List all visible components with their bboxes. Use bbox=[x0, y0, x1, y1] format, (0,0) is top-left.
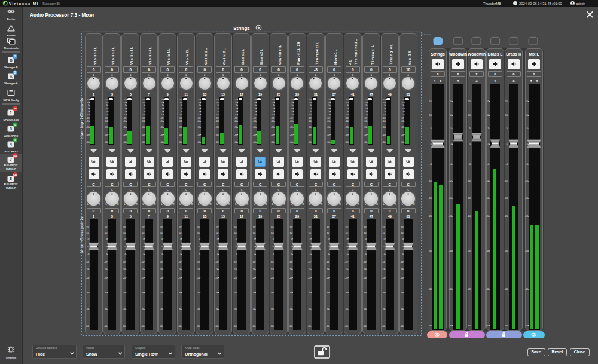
svg-text:-18: -18 bbox=[448, 197, 451, 200]
svg-text:3: 3 bbox=[10, 127, 12, 131]
svg-text:-18: -18 bbox=[289, 268, 292, 271]
svg-text:-60: -60 bbox=[160, 325, 163, 328]
svg-text:-4: -4 bbox=[161, 253, 163, 256]
svg-text:-4: -4 bbox=[254, 253, 255, 256]
svg-text:-18: -18 bbox=[215, 268, 218, 271]
svg-text:-12: -12 bbox=[326, 261, 329, 264]
svg-text:Manager B: Manager B bbox=[4, 66, 17, 69]
svg-text:10: 10 bbox=[309, 102, 312, 104]
svg-text:7: 7 bbox=[148, 93, 150, 96]
svg-text:-4: -4 bbox=[198, 253, 200, 256]
svg-text:7: 7 bbox=[10, 157, 12, 161]
svg-text:-18: -18 bbox=[326, 268, 329, 271]
svg-text:-60: -60 bbox=[308, 141, 311, 143]
svg-text:L: L bbox=[105, 203, 107, 206]
svg-text:0: 0 bbox=[144, 108, 145, 110]
svg-text:-4: -4 bbox=[309, 111, 311, 113]
svg-text:-36: -36 bbox=[401, 126, 404, 129]
svg-text:L: L bbox=[216, 203, 218, 206]
svg-text:-36: -36 bbox=[345, 126, 348, 129]
svg-text:0: 0 bbox=[507, 143, 508, 146]
svg-text:-60: -60 bbox=[197, 325, 200, 328]
svg-text:5: 5 bbox=[384, 104, 385, 106]
svg-text:0: 0 bbox=[199, 108, 200, 110]
svg-text:-24: -24 bbox=[234, 277, 237, 279]
svg-text:C: C bbox=[333, 188, 335, 191]
svg-text:-24: -24 bbox=[382, 120, 385, 123]
svg-text:-18: -18 bbox=[253, 117, 256, 120]
svg-text:-24: -24 bbox=[215, 277, 218, 279]
svg-text:-36: -36 bbox=[234, 126, 237, 129]
svg-text:41: 41 bbox=[351, 215, 355, 218]
svg-text:0: 0 bbox=[297, 74, 298, 77]
svg-text:L: L bbox=[291, 203, 292, 206]
svg-text:-12: -12 bbox=[486, 180, 489, 182]
svg-text:25: 25 bbox=[277, 93, 280, 96]
svg-text:C: C bbox=[407, 188, 409, 191]
svg-text:-48: -48 bbox=[524, 288, 527, 290]
svg-text:-60: -60 bbox=[486, 325, 489, 327]
svg-text:-4: -4 bbox=[291, 111, 292, 113]
svg-text:15: 15 bbox=[197, 226, 200, 228]
svg-text:-12: -12 bbox=[197, 114, 200, 116]
svg-text:-48: -48 bbox=[448, 288, 451, 290]
svg-text:Brass R: Brass R bbox=[506, 52, 521, 56]
svg-text:5: 5 bbox=[180, 238, 181, 240]
svg-text:-12: -12 bbox=[179, 114, 182, 116]
svg-text:-60: -60 bbox=[215, 325, 218, 328]
svg-text:-18: -18 bbox=[105, 117, 108, 120]
svg-text:-36: -36 bbox=[179, 126, 182, 129]
svg-text:-60: -60 bbox=[428, 325, 431, 327]
svg-text:15: 15 bbox=[346, 226, 348, 228]
svg-text:-60: -60 bbox=[141, 325, 144, 328]
svg-text:Show: Show bbox=[86, 352, 97, 356]
svg-text:15: 15 bbox=[487, 100, 489, 103]
svg-text:-12: -12 bbox=[327, 114, 329, 116]
svg-text:-24: -24 bbox=[142, 120, 145, 123]
svg-text:0: 0 bbox=[278, 74, 280, 77]
svg-text:-12: -12 bbox=[448, 180, 451, 182]
svg-text:10: 10 bbox=[272, 102, 274, 104]
svg-text:5: 5 bbox=[106, 238, 107, 240]
svg-text:-18: -18 bbox=[344, 268, 347, 271]
svg-text:-24: -24 bbox=[197, 120, 200, 123]
svg-text:-4: -4 bbox=[346, 111, 348, 113]
svg-text:143: 143 bbox=[13, 173, 18, 176]
svg-text:-48: -48 bbox=[401, 134, 404, 136]
svg-text:-48: -48 bbox=[253, 134, 256, 136]
svg-text:Thumbnails: Thumbnails bbox=[4, 47, 19, 50]
svg-text:5: 5 bbox=[87, 238, 89, 240]
svg-text:Virtuoso MI: Virtuoso MI bbox=[9, 1, 39, 5]
svg-text:5: 5 bbox=[291, 238, 292, 240]
svg-text:10: 10 bbox=[450, 114, 452, 117]
svg-text:61: 61 bbox=[407, 93, 410, 96]
svg-text:Manager A: Manager A bbox=[4, 82, 18, 85]
svg-text:-4: -4 bbox=[364, 253, 366, 256]
svg-text:8: 8 bbox=[10, 176, 12, 181]
svg-text:49: 49 bbox=[388, 93, 392, 96]
svg-text:5: 5 bbox=[310, 238, 311, 240]
svg-text:4: 4 bbox=[10, 142, 12, 146]
svg-text:0: 0 bbox=[469, 143, 471, 146]
svg-text:-48: -48 bbox=[289, 308, 292, 311]
svg-text:19: 19 bbox=[258, 215, 262, 218]
svg-text:5: 5 bbox=[125, 104, 126, 106]
svg-text:-12: -12 bbox=[382, 261, 385, 264]
svg-text:15: 15 bbox=[309, 226, 311, 228]
svg-text:-18: -18 bbox=[86, 268, 89, 271]
svg-text:-60: -60 bbox=[344, 325, 347, 328]
svg-text:15: 15 bbox=[123, 226, 126, 228]
svg-text:R: R bbox=[136, 203, 138, 206]
svg-text:-12: -12 bbox=[252, 261, 255, 264]
svg-text:-48: -48 bbox=[289, 134, 292, 136]
svg-text:10: 10 bbox=[328, 102, 330, 104]
svg-text:7: 7 bbox=[148, 215, 150, 218]
svg-text:0: 0 bbox=[255, 108, 256, 110]
svg-text:-18: -18 bbox=[234, 268, 237, 271]
svg-text:-4: -4 bbox=[124, 253, 126, 256]
svg-text:-36: -36 bbox=[364, 126, 367, 129]
svg-text:25: 25 bbox=[277, 215, 280, 218]
svg-text:-36: -36 bbox=[123, 126, 126, 129]
svg-text:R: R bbox=[266, 203, 267, 206]
svg-text:Orthogonal: Orthogonal bbox=[185, 352, 208, 357]
